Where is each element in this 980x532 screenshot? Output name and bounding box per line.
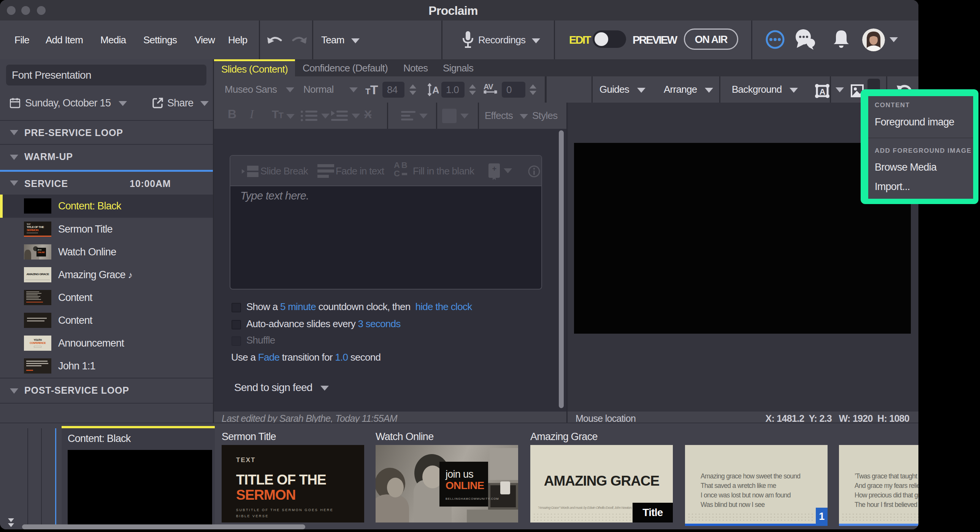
svg-text:AV: AV	[484, 83, 493, 91]
svg-text:A: A	[432, 84, 439, 96]
svg-text:A: A	[819, 87, 825, 97]
svg-text:BELLINGHAMCOMMUNITY.COM: BELLINGHAMCOMMUNITY.COM	[445, 497, 499, 500]
svg-text:ONLINE: ONLINE	[445, 480, 484, 491]
svg-text:+: +	[492, 165, 496, 173]
svg-text:join us: join us	[445, 468, 473, 480]
